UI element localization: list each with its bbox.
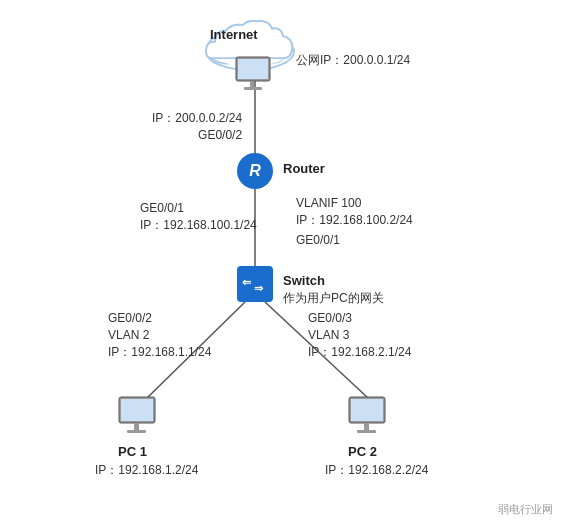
svg-rect-26: [364, 423, 369, 430]
router-ge001-right: GE0/0/1: [296, 232, 340, 249]
public-ip-label: 公网IP：200.0.0.1/24: [296, 52, 410, 69]
svg-rect-16: [250, 81, 254, 87]
watermark: 弱电行业网: [498, 502, 553, 517]
pc2-icon: [345, 395, 395, 440]
svg-rect-25: [351, 399, 383, 421]
internet-computer-icon: [232, 55, 278, 99]
svg-rect-17: [244, 87, 262, 90]
svg-rect-27: [357, 430, 376, 433]
svg-text:⇒: ⇒: [254, 282, 264, 294]
svg-rect-15: [238, 59, 268, 79]
router-label: Router: [283, 160, 325, 178]
router-icon: R: [237, 153, 273, 189]
connection-lines: [0, 0, 563, 525]
switch-subtitle: 作为用户PC的网关: [283, 290, 384, 307]
network-diagram: Internet 公网IP：200.0.0.1/24 IP：200.0.0.2/…: [0, 0, 563, 525]
switch-left-labels: GE0/0/2 VLAN 2 IP：192.168.1.1/24: [108, 310, 211, 360]
switch-right-labels: GE0/0/3 VLAN 3 IP：192.168.2.1/24: [308, 310, 411, 360]
svg-text:⇐: ⇐: [242, 276, 252, 288]
pc2-name: PC 2: [348, 443, 377, 461]
switch-icon: ⇐ ⇒: [237, 266, 273, 302]
pc1-name: PC 1: [118, 443, 147, 461]
router-ge001-left: GE0/0/1 IP：192.168.100.1/24: [140, 200, 257, 234]
switch-name: Switch: [283, 272, 325, 290]
pc1-icon: [115, 395, 165, 440]
internet-label: Internet: [210, 26, 258, 44]
router-vlanif: VLANIF 100 IP：192.168.100.2/24: [296, 195, 413, 229]
svg-rect-22: [134, 423, 139, 430]
svg-rect-23: [127, 430, 146, 433]
svg-rect-21: [121, 399, 153, 421]
pc1-ip: IP：192.168.1.2/24: [95, 462, 198, 479]
pc2-ip: IP：192.168.2.2/24: [325, 462, 428, 479]
router-ge002-ip: IP：200.0.0.2/24 GE0/0/2: [152, 110, 242, 144]
